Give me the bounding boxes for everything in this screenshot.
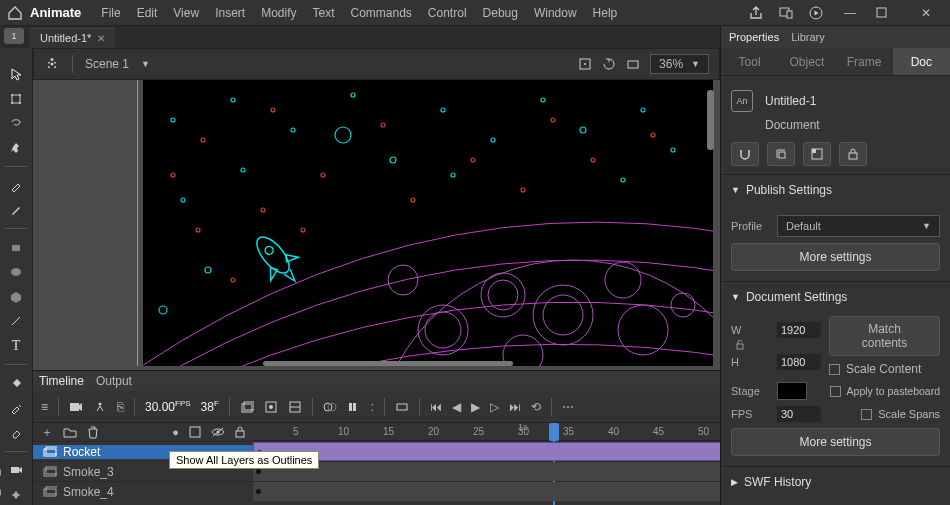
profile-select[interactable]: Default ▼ [777,215,940,237]
tween-icon[interactable] [395,401,409,413]
menu-help[interactable]: Help [585,6,626,20]
insert-keyframe-icon[interactable] [264,400,278,414]
scale-spans-check[interactable] [861,409,872,420]
menu-debug[interactable]: Debug [475,6,526,20]
document-tab[interactable]: Untitled-1* ✕ [30,28,115,48]
canvas[interactable] [143,80,713,366]
docset-more-button[interactable]: More settings [731,428,940,456]
chevron-down-icon[interactable]: ▼ [141,59,150,69]
frame-area[interactable] [253,462,720,481]
first-frame-icon[interactable]: ⏮ [430,400,442,414]
play-icon[interactable]: ▶ [471,400,480,414]
link-wh-icon[interactable] [735,340,745,352]
rectangle-tool[interactable] [2,237,30,258]
clip-icon[interactable] [626,57,640,71]
brush-tool[interactable] [2,175,30,196]
edit-multiple-icon[interactable] [347,401,361,413]
properties-icon[interactable] [288,400,302,414]
visibility-header-icon[interactable] [211,427,225,437]
menu-control[interactable]: Control [420,6,475,20]
lock-header-icon[interactable] [235,426,245,438]
menu-commands[interactable]: Commands [343,6,420,20]
height-input[interactable]: 1080 [777,354,821,370]
rotate-icon[interactable] [602,57,616,71]
layer-row[interactable]: Smoke_3 [33,461,720,481]
publish-settings-header[interactable]: ▼ Publish Settings [721,174,950,205]
lasso-tool[interactable] [2,113,30,134]
subtab-tool[interactable]: Tool [721,48,778,75]
subtab-doc[interactable]: Doc [893,48,950,75]
stage-color-swatch[interactable] [777,382,807,400]
selection-tool[interactable] [2,64,30,85]
subtab-object[interactable]: Object [778,48,835,75]
frame-area[interactable] [253,442,720,461]
pencil-tool[interactable] [2,200,30,221]
last-frame-icon[interactable]: ⏭ [509,400,521,414]
fps-input[interactable]: 30 [777,406,821,422]
swf-history-header[interactable]: ▶ SWF History [721,466,950,497]
left-badge[interactable]: 1 [4,28,24,44]
next-frame-icon[interactable]: ▷ [490,400,499,414]
scene-icon[interactable] [44,56,60,72]
oval-tool[interactable] [2,262,30,283]
text-tool[interactable]: T [2,336,30,357]
match-contents-button[interactable]: Match contents [829,316,940,356]
stage[interactable] [33,80,720,370]
close-button[interactable]: ✕ [914,6,938,20]
devices-icon[interactable] [778,5,794,21]
fps-value[interactable]: 30.00 [145,400,175,414]
align-icon[interactable] [767,142,795,166]
timeline-options-icon[interactable]: ⋯ [562,400,574,414]
timeline-ruler[interactable]: 510152025303540455055 1s [253,423,720,441]
marker-icon[interactable]: : [371,400,374,414]
snap-icon[interactable] [731,142,759,166]
layer-row[interactable]: Rocket [33,441,720,461]
guides-icon[interactable] [803,142,831,166]
tab-properties[interactable]: Properties [729,31,779,43]
outline-toggle-header-icon[interactable] [189,426,201,438]
eyedropper-tool[interactable] [2,398,30,419]
center-stage-icon[interactable] [578,57,592,71]
lock-icon[interactable] [0,469,1,476]
menu-view[interactable]: View [165,6,207,20]
highlight-layer-icon[interactable]: ● [172,426,179,438]
new-folder-icon[interactable] [63,426,77,438]
vertical-scrollbar[interactable] [707,90,714,290]
zoom-level[interactable]: 36% ▼ [650,54,709,74]
share-icon[interactable] [748,5,764,21]
layer-row[interactable]: Smoke_4 [33,481,720,501]
menu-modify[interactable]: Modify [253,6,304,20]
frame-value[interactable]: 38 [201,400,214,414]
menu-file[interactable]: File [93,6,128,20]
tab-close-icon[interactable]: ✕ [97,33,105,44]
subtab-frame[interactable]: Frame [836,48,893,75]
chevron-down-icon[interactable]: ▼ [691,59,700,69]
menu-window[interactable]: Window [526,6,585,20]
line-tool[interactable] [2,311,30,332]
lock-icon[interactable] [0,489,1,496]
add-layer-icon[interactable]: ＋ [41,424,53,441]
prev-frame-icon[interactable]: ◀ [452,400,461,414]
layer-depth-icon[interactable] [93,400,107,414]
layer-cell[interactable]: Smoke_4 [33,485,253,499]
camera-tool[interactable] [2,460,30,481]
playhead[interactable] [549,423,559,441]
insert-frame-icon[interactable] [240,400,254,414]
menu-text[interactable]: Text [304,6,342,20]
bone-tool[interactable] [2,484,30,505]
maximize-button[interactable] [876,7,900,18]
menu-edit[interactable]: Edit [129,6,166,20]
eraser-tool[interactable] [2,422,30,443]
free-transform-tool[interactable] [2,89,30,110]
scale-content-check[interactable] [829,364,840,375]
horizontal-scrollbar[interactable] [263,361,513,366]
frame-area[interactable] [253,482,720,501]
onion-skin-icon[interactable] [323,400,337,414]
tab-timeline[interactable]: Timeline [39,374,84,388]
tab-library[interactable]: Library [791,31,825,43]
menu-insert[interactable]: Insert [207,6,253,20]
loop-icon[interactable]: ⟲ [531,400,541,414]
publish-more-button[interactable]: More settings [731,243,940,271]
attach-icon[interactable]: ⎘ [117,400,124,414]
tween-span[interactable] [253,442,748,461]
